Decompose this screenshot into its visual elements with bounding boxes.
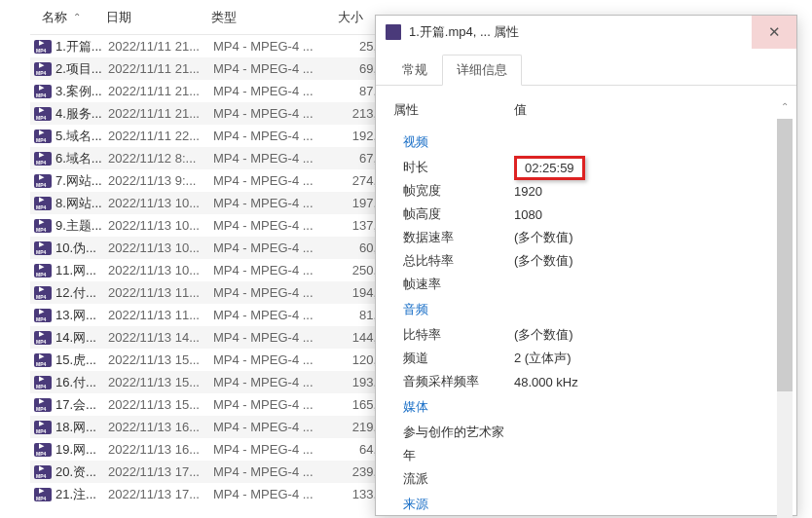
file-row[interactable]: 14.网...2022/11/13 14...MP4 - MPEG-4 ...1… [30,326,390,349]
scrollbar-thumb[interactable] [777,119,793,391]
file-size: 144, [334,330,377,345]
file-size: 239, [334,464,377,479]
file-row[interactable]: 16.付...2022/11/13 15...MP4 - MPEG-4 ...1… [30,371,390,393]
row-duration[interactable]: 时长 02:25:59 [393,156,779,179]
file-date: 2022/11/11 22... [108,129,213,143]
file-row[interactable]: 8.网站...2022/11/13 10...MP4 - MPEG-4 ...1… [30,192,390,214]
file-type: MP4 - MPEG-4 ... [213,196,334,210]
row-year[interactable]: 年 [393,444,779,467]
file-row[interactable]: 5.域名...2022/11/11 22...MP4 - MPEG-4 ...1… [30,125,390,147]
file-date: 2022/11/13 16... [108,420,213,434]
section-source: 来源 [393,491,779,518]
dialog-title: 1.开篇.mp4, ... 属性 [409,23,752,41]
file-row[interactable]: 4.服务...2022/11/11 21...MP4 - MPEG-4 ...2… [30,102,390,125]
column-header-name[interactable]: 名称⌃ [42,9,106,26]
row-channels[interactable]: 频道 2 (立体声) [393,347,779,370]
file-type: MP4 - MPEG-4 ... [213,308,334,322]
mp4-file-icon [34,197,52,210]
file-row[interactable]: 21.注...2022/11/13 17...MP4 - MPEG-4 ...1… [30,483,390,505]
file-type: MP4 - MPEG-4 ... [213,330,334,345]
mp4-file-icon [34,286,52,300]
file-name: 17.会... [55,396,108,414]
mp4-file-icon [34,421,52,434]
file-size: 64, [334,442,377,457]
file-size: 193, [334,375,377,389]
row-frame-rate[interactable]: 帧速率 [393,273,779,296]
file-name: 9.主题... [55,217,108,235]
row-frame-width[interactable]: 帧宽度 1920 [393,179,779,203]
row-frame-height[interactable]: 帧高度 1080 [393,203,779,226]
file-row[interactable]: 9.主题...2022/11/13 10...MP4 - MPEG-4 ...1… [30,214,390,237]
mp4-file-icon [34,443,52,457]
file-date: 2022/11/11 21... [108,61,213,76]
tab-details[interactable]: 详细信息 [442,55,522,86]
file-type: MP4 - MPEG-4 ... [213,442,334,457]
mp4-file-icon [34,85,52,98]
file-row[interactable]: 10.伪...2022/11/13 10...MP4 - MPEG-4 ...6… [30,237,390,259]
mp4-file-icon [34,174,52,188]
section-audio: 音频 [393,296,779,323]
file-row[interactable]: 11.网...2022/11/13 10...MP4 - MPEG-4 ...2… [30,259,390,281]
file-row[interactable]: 3.案例...2022/11/11 21...MP4 - MPEG-4 ...8… [30,80,390,102]
file-row[interactable]: 12.付...2022/11/13 11...MP4 - MPEG-4 ...1… [30,281,390,304]
file-row[interactable]: 17.会...2022/11/13 15...MP4 - MPEG-4 ...1… [30,393,390,416]
file-type: MP4 - MPEG-4 ... [213,352,334,367]
file-size: 25, [334,39,377,54]
file-row[interactable]: 6.域名...2022/11/12 8:...MP4 - MPEG-4 ...6… [30,147,390,169]
file-date: 2022/11/13 10... [108,196,213,210]
file-row[interactable]: 7.网站...2022/11/13 9:...MP4 - MPEG-4 ...2… [30,169,390,192]
scroll-up-button[interactable]: ⌃ [777,101,793,117]
file-row[interactable]: 15.虎...2022/11/13 15...MP4 - MPEG-4 ...1… [30,349,390,371]
file-row[interactable]: 19.网...2022/11/13 16...MP4 - MPEG-4 ...6… [30,438,390,461]
file-name: 19.网... [55,441,108,459]
file-row[interactable]: 13.网...2022/11/13 11...MP4 - MPEG-4 ...8… [30,304,390,326]
file-name: 18.网... [55,419,108,436]
file-size: 60, [334,240,377,255]
mp4-file-icon [34,62,52,76]
file-name: 21.注... [55,486,108,503]
mp4-file-icon [34,241,52,255]
tab-general[interactable]: 常规 [388,55,442,85]
file-name: 20.资... [55,463,108,481]
file-type: MP4 - MPEG-4 ... [213,397,334,412]
row-genre[interactable]: 流派 [393,467,779,491]
mp4-file-icon [34,331,52,345]
file-size: 87, [334,84,377,98]
file-type: MP4 - MPEG-4 ... [213,218,334,233]
file-size: 67, [334,151,377,166]
file-name: 6.域名... [55,150,108,167]
file-type: MP4 - MPEG-4 ... [213,285,334,300]
row-total-bitrate[interactable]: 总比特率 (多个数值) [393,249,779,273]
file-row[interactable]: 1.开篇...2022/11/11 21...MP4 - MPEG-4 ...2… [30,35,390,57]
row-data-rate[interactable]: 数据速率 (多个数值) [393,226,779,249]
close-button[interactable]: ✕ [752,16,796,49]
row-artist[interactable]: 参与创作的艺术家 [393,421,779,444]
section-video: 视频 [393,129,779,156]
file-size: 192, [334,129,377,143]
file-size: 69, [334,61,377,76]
file-size: 120, [334,352,377,367]
file-list-panel: 名称⌃ 日期 类型 大小 1.开篇...2022/11/11 21...MP4 … [30,0,390,518]
file-name: 12.付... [55,284,108,302]
property-rows: 视频 时长 02:25:59 帧宽度 1920 帧高度 1080 数据速率 (多… [393,129,779,518]
file-name: 7.网站... [55,172,108,190]
file-date: 2022/11/11 21... [108,84,213,98]
file-name: 3.案例... [55,83,108,100]
mp4-file-icon [34,488,52,501]
file-type: MP4 - MPEG-4 ... [213,375,334,389]
file-row[interactable]: 2.项目...2022/11/11 21...MP4 - MPEG-4 ...6… [30,57,390,80]
mp4-file-icon [34,353,52,367]
row-sample-rate[interactable]: 音频采样频率 48.000 kHz [393,370,779,393]
file-type: MP4 - MPEG-4 ... [213,129,334,143]
file-row[interactable]: 18.网...2022/11/13 16...MP4 - MPEG-4 ...2… [30,416,390,438]
mp4-file-icon [34,107,52,121]
header-value: 值 [514,101,779,125]
column-header-date[interactable]: 日期 [106,9,211,26]
file-date: 2022/11/13 10... [108,218,213,233]
section-media: 媒体 [393,393,779,421]
row-audio-bitrate[interactable]: 比特率 (多个数值) [393,323,779,347]
dialog-body: ⌃ 属性 值 视频 时长 02:25:59 帧宽度 1920 帧高度 1080 … [376,86,796,518]
dialog-titlebar[interactable]: 1.开篇.mp4, ... 属性 ✕ [376,16,796,49]
file-row[interactable]: 20.资...2022/11/13 17...MP4 - MPEG-4 ...2… [30,461,390,483]
column-header-type[interactable]: 类型 [211,9,338,26]
